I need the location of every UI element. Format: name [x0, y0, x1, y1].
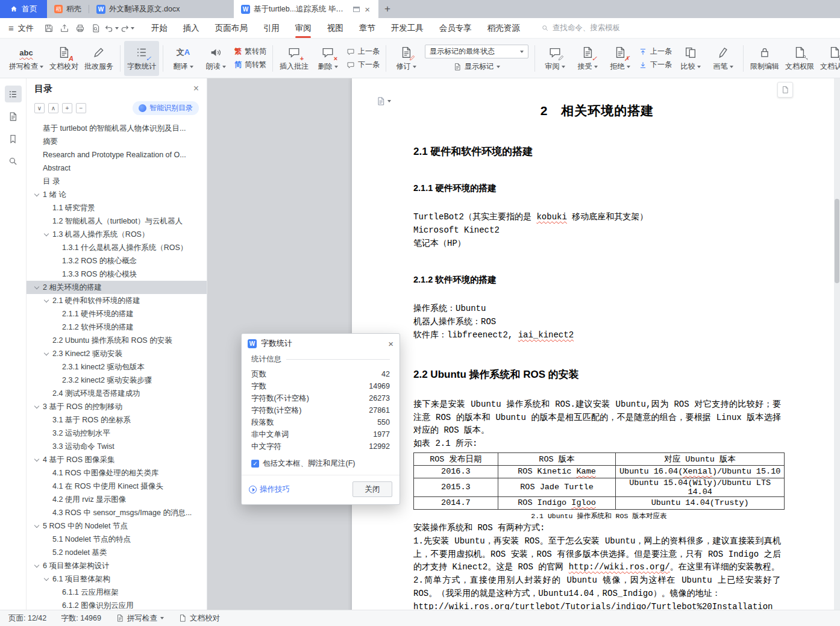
collapse-all-button[interactable]: ∧ [48, 103, 58, 113]
page-indicator[interactable]: 页面: 12/42 [8, 613, 46, 624]
toc-item[interactable]: 6.1.1 云应用框架 [27, 586, 207, 599]
tips-link[interactable]: 操作技巧 [249, 484, 290, 495]
menu-tab-references[interactable]: 引用 [255, 18, 287, 39]
menu-tab-page-layout[interactable]: 页面布局 [207, 18, 255, 39]
dialog-close-icon[interactable]: × [388, 339, 393, 349]
docer-tab[interactable]: 稻 稻壳 [47, 0, 89, 18]
toc-item[interactable]: 5.2 nodelet 基类 [27, 546, 207, 559]
include-textbox-checkbox[interactable]: ✓ 包括文本框、脚注和尾注(F) [251, 459, 390, 469]
expand-all-button[interactable]: ∨ [34, 103, 45, 113]
chevron-down-icon[interactable] [34, 456, 39, 461]
chevron-down-icon[interactable] [44, 575, 49, 580]
find-panel-button[interactable] [5, 152, 22, 169]
export-button[interactable] [57, 20, 72, 36]
document-area[interactable]: 2 相关环境的搭建2.1 硬件和软件环境的搭建2.1.1 硬件环境的搭建Turt… [207, 78, 840, 610]
chevron-down-icon[interactable] [34, 191, 39, 196]
undo-button[interactable] [104, 20, 119, 36]
chevron-down-icon[interactable] [34, 403, 39, 408]
toc-item[interactable]: 6.1.2 图像识别云应用 [27, 599, 207, 610]
word-count-indicator[interactable]: 字数: 14969 [61, 613, 101, 624]
toc-item[interactable]: 6 项目整体架构设计 [27, 559, 207, 572]
toc-item[interactable]: 2.1.2 软件环境的搭建 [27, 321, 207, 334]
next-change-button[interactable]: 下一条 [639, 60, 672, 70]
toc-item[interactable]: 基于 turtlebot 的智能机器人物体识别及目... [27, 122, 207, 135]
menu-tab-section[interactable]: 章节 [351, 18, 383, 39]
toc-item[interactable]: 1.1 研究背景 [27, 201, 207, 214]
correction-service-button[interactable]: 批改服务 [81, 41, 116, 76]
redo-button[interactable] [119, 20, 135, 36]
delete-comment-button[interactable]: × 删除 [312, 41, 344, 76]
toc-item[interactable]: 5.1 Nodelet 节点的特点 [27, 533, 207, 546]
toc-item[interactable]: 4.1 在 ROS 中使用 Kinect 摄像头 [27, 480, 207, 493]
chevron-down-icon[interactable] [34, 284, 39, 289]
toc-item[interactable]: 1.2 智能机器人（turtlebot）与云机器人 [27, 214, 207, 228]
home-tab[interactable]: 首页 [0, 0, 47, 18]
close-tab-icon[interactable]: × [363, 5, 371, 14]
page-setup-button[interactable] [376, 96, 391, 106]
show-markup-button[interactable]: 显示标记 [425, 61, 528, 72]
toc-item[interactable]: 4 基于 ROS 图像采集 [27, 453, 207, 466]
next-comment-button[interactable]: 下一条 [346, 60, 380, 70]
document-proofread-button[interactable]: A 文档校对 [46, 41, 81, 76]
command-search[interactable]: 查找命令、搜索模板 [541, 23, 621, 33]
toc-item[interactable]: 2.3.1 kinect2 驱动包版本 [27, 360, 207, 374]
save-button[interactable] [41, 20, 57, 36]
chevron-down-icon[interactable] [34, 522, 39, 527]
menu-tab-start[interactable]: 开始 [143, 18, 175, 39]
reject-button[interactable]: ✗ 拒绝 [604, 41, 636, 76]
toc-item[interactable]: 2.1 硬件和软件环境的搭建 [27, 294, 207, 307]
toc-item[interactable]: 摘要 [27, 135, 207, 148]
menu-tab-review[interactable]: 审阅 [287, 18, 319, 39]
toc-item[interactable]: 2.3.2 kinect2 驱动安装步骤 [27, 374, 207, 387]
menu-tab-view[interactable]: 视图 [319, 18, 351, 39]
navigation-panel-button[interactable] [5, 108, 22, 125]
new-tab-button[interactable]: + [378, 0, 396, 18]
toc-item[interactable]: 1.3.3 ROS 的核心模块 [27, 268, 207, 281]
dialog-header[interactable]: W 字数统计 × [242, 334, 400, 353]
menu-tab-docer-resources[interactable]: 稻壳资源 [480, 18, 528, 39]
chevron-down-icon[interactable] [44, 297, 49, 302]
print-button[interactable] [72, 20, 88, 36]
document-tab-2[interactable]: W 基于turtleb...追踪系统 毕业论文 × [234, 0, 378, 18]
toc-item[interactable]: 3 基于 ROS 的控制移动 [27, 400, 207, 413]
toc-close-icon[interactable]: × [193, 83, 199, 94]
toc-item[interactable]: 5 ROS 中的 Nodelet 节点 [27, 519, 207, 533]
collapse-level-button[interactable]: − [76, 103, 86, 113]
toc-item[interactable]: 3.2 运动控制水平 [27, 427, 207, 440]
toc-item[interactable]: 4.1 ROS 中图像处理的相关类库 [27, 466, 207, 480]
bookmark-panel-button[interactable] [5, 130, 22, 147]
accept-button[interactable]: ✓ 接受 [571, 41, 604, 76]
smart-toc-button[interactable]: 智能识别目录 [133, 101, 199, 115]
translate-button[interactable]: 文A 翻译 [167, 41, 199, 76]
menu-tab-member[interactable]: 会员专享 [431, 18, 480, 39]
toc-item[interactable]: 1 绪 论 [27, 188, 207, 201]
trad-to-simp-button[interactable]: 繁繁转简 [234, 46, 266, 57]
toc-item[interactable]: 4.2 使用 rviz 显示图像 [27, 493, 207, 506]
document-tab-1[interactable]: W 外文翻译及原文.docx [89, 0, 234, 18]
document-permission-button[interactable]: 文档权限 [782, 41, 817, 76]
restrict-editing-button[interactable]: 限制编辑 [747, 41, 782, 76]
prev-comment-button[interactable]: 上一条 [346, 46, 380, 57]
scrollbar-thumb[interactable] [835, 199, 839, 283]
print-preview-button[interactable] [88, 20, 104, 36]
menu-tab-dev-tools[interactable]: 开发工具 [383, 18, 431, 39]
toc-item[interactable]: 2 相关环境的搭建 [27, 281, 207, 294]
toc-item[interactable]: Research and Prototype Realization of O.… [27, 148, 207, 161]
float-window-icon[interactable] [353, 7, 360, 12]
toc-item[interactable]: 1.3 机器人操作系统（ROS） [27, 228, 207, 241]
compare-button[interactable]: 比较 [674, 41, 707, 76]
toc-item[interactable]: 1.3.1 什么是机器人操作系统（ROS） [27, 241, 207, 254]
toc-item[interactable]: 3.1 基于 ROS 的坐标系 [27, 413, 207, 427]
read-aloud-button[interactable]: 朗读 [199, 41, 232, 76]
toc-item[interactable]: 2.2 Ubuntu 操作系统和 ROS 的安装 [27, 334, 207, 347]
expand-level-button[interactable]: + [62, 103, 72, 113]
menu-tab-insert[interactable]: 插入 [175, 18, 207, 39]
toc-item[interactable]: 2.3 Kinect2 驱动安装 [27, 347, 207, 360]
insert-comment-button[interactable]: + 插入批注 [277, 41, 312, 76]
spellcheck-status[interactable]: 拼写检查 [116, 613, 164, 624]
review-button[interactable]: 审阅 [539, 41, 571, 76]
toc-item[interactable]: 1.3.2 ROS 的核心概念 [27, 254, 207, 268]
redo-dropdown-caret[interactable] [131, 27, 134, 30]
toc-item[interactable]: 2.1.1 硬件环境的搭建 [27, 307, 207, 321]
word-count-button[interactable]: ✓ 字数统计 [124, 41, 159, 76]
